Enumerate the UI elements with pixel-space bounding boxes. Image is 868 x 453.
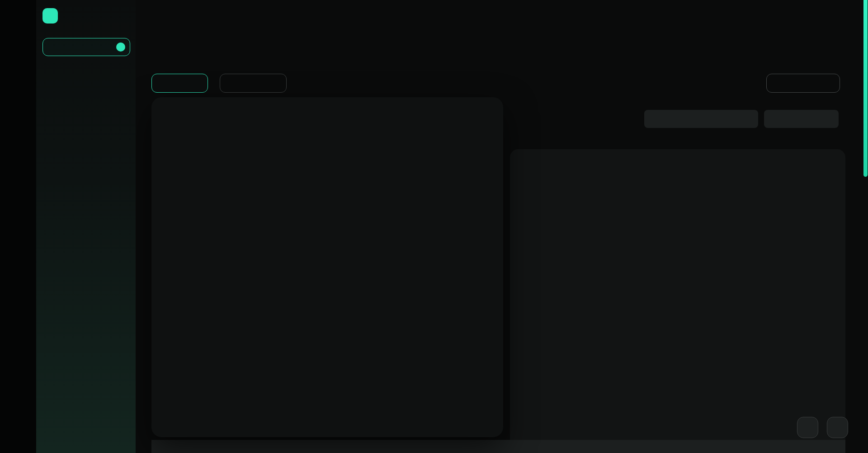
table-row[interactable]: [151, 440, 845, 453]
accounts-table: [510, 149, 845, 453]
task-manager-button[interactable]: [42, 38, 130, 56]
page-size-select[interactable]: [764, 110, 839, 128]
upload-accounts-button[interactable]: [766, 74, 840, 93]
action-menu: [151, 97, 503, 437]
active-accounts-icon: [42, 8, 58, 24]
filter-button[interactable]: [220, 74, 287, 93]
main-area: [136, 0, 868, 453]
page-scrollbar[interactable]: [863, 0, 868, 177]
page-header: [42, 8, 130, 24]
app-root: [0, 0, 868, 453]
task-manager-badge: [116, 42, 125, 52]
scroll-to-top-button[interactable]: [827, 417, 848, 438]
scroll-to-bottom-button[interactable]: [797, 417, 818, 438]
search-input[interactable]: [644, 110, 758, 128]
choose-action-button[interactable]: [151, 74, 208, 93]
sidebar: [36, 0, 136, 453]
table-header: [510, 149, 845, 175]
icon-rail: [0, 0, 36, 453]
